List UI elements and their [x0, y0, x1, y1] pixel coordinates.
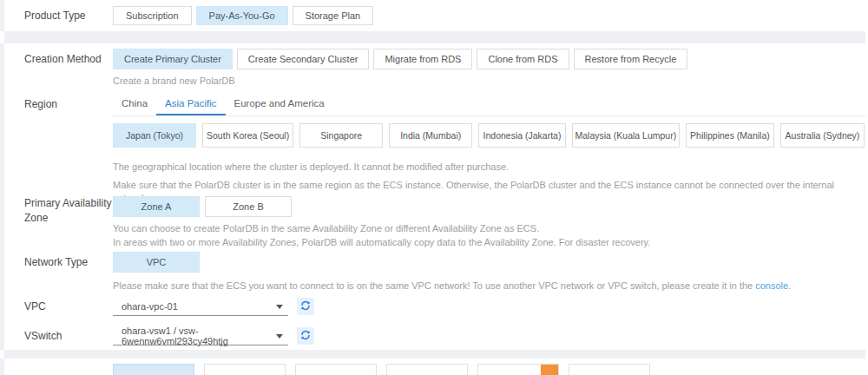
bottom-option-5[interactable] — [477, 364, 559, 375]
vswitch-select[interactable]: ohara-vsw1 / vsw-6wennw6vml293cy49htjg — [113, 326, 288, 345]
zone-option-b[interactable]: Zone B — [205, 196, 292, 217]
vswitch-selected-value: ohara-vsw1 / vsw-6wennw6vml293cy49htjg — [122, 326, 288, 346]
creation-option-restore-from-recycle[interactable]: Restore from Recycle — [574, 49, 688, 69]
network-option-vpc[interactable]: VPC — [113, 252, 200, 273]
chevron-down-icon — [276, 305, 283, 309]
availability-zone-helper-1: You can choose to create PolarDB in the … — [113, 222, 865, 235]
chevron-down-icon — [276, 334, 283, 339]
creation-option-create-secondary-cluster[interactable]: Create Secondary Cluster — [237, 49, 370, 69]
region-tabs: China Asia Pacific Europe and America — [113, 94, 865, 116]
network-type-options: VPC — [113, 252, 865, 273]
region-option-japan-tokyo[interactable]: Japan (Tokyo) — [113, 123, 196, 148]
bottom-option-3[interactable] — [295, 364, 377, 375]
bottom-option-2[interactable] — [204, 364, 286, 375]
product-type-label: Product Type — [4, 6, 113, 25]
region-helper-1: The geographical location where the clus… — [113, 161, 865, 174]
vpc-refresh-button[interactable] — [297, 298, 314, 315]
region-tab-china[interactable]: China — [113, 94, 156, 115]
availability-zone-helper-2: In areas with two or more Availability Z… — [113, 236, 865, 249]
vswitch-refresh-button[interactable] — [297, 327, 314, 345]
availability-zone-options: Zone A Zone B — [113, 196, 865, 217]
region-tab-europe-and-america[interactable]: Europe and America — [226, 94, 333, 115]
region-option-malaysia-kuala-lumpur[interactable]: Malaysia (Kuala Lumpur) — [572, 123, 680, 148]
network-helper-period: . — [788, 280, 791, 291]
section-divider — [4, 31, 865, 43]
hot-badge — [541, 365, 558, 375]
creation-option-migrate-from-rds[interactable]: Migrate from RDS — [373, 49, 472, 69]
network-type-label: Network Type — [4, 252, 113, 273]
region-option-indonesia-jakarta[interactable]: Indonesia (Jakarta) — [478, 123, 566, 148]
refresh-icon — [300, 330, 311, 343]
next-section-card — [4, 359, 865, 375]
product-type-card: Product Type Subscription Pay-As-You-Go … — [4, 0, 865, 31]
region-options: Japan (Tokyo) South Korea (Seoul) Singap… — [113, 123, 865, 148]
creation-option-create-primary-cluster[interactable]: Create Primary Cluster — [113, 49, 233, 69]
region-option-india-mumbai[interactable]: India (Mumbai) — [389, 123, 472, 148]
product-type-option-pay-as-you-go[interactable]: Pay-As-You-Go — [196, 6, 288, 25]
bottom-option-4[interactable] — [386, 364, 468, 375]
vpc-label: VPC — [4, 297, 113, 316]
console-link[interactable]: console — [755, 280, 788, 291]
primary-availability-zone-label: Primary Availability Zone — [4, 196, 113, 226]
creation-method-options: Create Primary Cluster Create Secondary … — [113, 49, 865, 69]
product-type-options: Subscription Pay-As-You-Go Storage Plan — [113, 6, 865, 25]
network-helper-text: Please make sure that the ECS you want t… — [113, 280, 755, 291]
bottom-option-1[interactable] — [113, 364, 194, 375]
refresh-icon — [300, 300, 311, 313]
creation-option-clone-from-rds[interactable]: Clone from RDS — [477, 49, 569, 69]
creation-method-helper: Create a brand new PolarDB — [113, 75, 865, 88]
zone-option-a[interactable]: Zone A — [113, 196, 200, 217]
region-label: Region — [4, 94, 113, 115]
bottom-option-6[interactable] — [569, 364, 650, 375]
region-option-philippines-manila[interactable]: Philippines (Manila) — [686, 123, 774, 148]
section-divider — [4, 350, 865, 359]
product-type-option-storage-plan[interactable]: Storage Plan — [293, 6, 374, 25]
region-option-australia-sydney[interactable]: Australia (Sydney) — [780, 123, 865, 148]
vpc-selected-value: ohara-vpc-01 — [122, 301, 178, 312]
region-option-singapore[interactable]: Singapore — [299, 123, 383, 148]
network-type-helper: Please make sure that the ECS you want t… — [113, 280, 865, 293]
region-tab-asia-pacific[interactable]: Asia Pacific — [156, 94, 225, 115]
creation-method-label: Creation Method — [4, 49, 113, 69]
cluster-config-card: Creation Method Create Primary Cluster C… — [4, 43, 865, 350]
region-option-south-korea-seoul[interactable]: South Korea (Seoul) — [202, 123, 293, 148]
product-type-option-subscription[interactable]: Subscription — [113, 6, 192, 25]
vswitch-label: VSwitch — [4, 326, 113, 345]
vpc-select[interactable]: ohara-vpc-01 — [113, 297, 288, 316]
